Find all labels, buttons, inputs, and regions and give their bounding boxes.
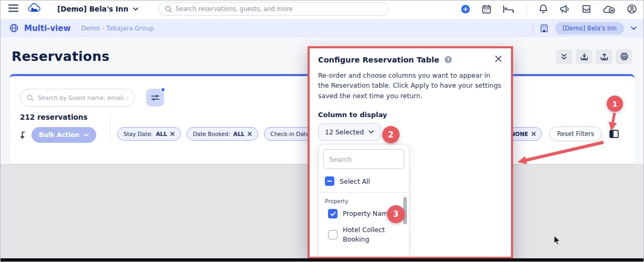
download-icon (580, 53, 588, 60)
sort-icon[interactable] (20, 131, 26, 139)
modal-header: Configure Reservation Table ? (318, 55, 503, 65)
page-title: Reservations (12, 49, 109, 64)
select-all-option[interactable]: Select All (319, 171, 409, 190)
multiview-property-switcher: [Demo] Bela's Inn (533, 22, 637, 35)
annotation-badge-1: 1 (607, 96, 623, 112)
remove-icon[interactable] (170, 132, 175, 136)
upload-button[interactable] (596, 49, 612, 64)
property-building-icon[interactable] (540, 24, 548, 33)
unchecked-checkbox[interactable] (328, 230, 338, 239)
close-icon (495, 56, 502, 62)
search-icon (165, 6, 172, 13)
bulk-action-label: Bulk Action (39, 131, 79, 139)
inbox-icon[interactable] (582, 5, 591, 13)
columns-search-input[interactable] (323, 149, 404, 169)
multiview-bar: Multi-view Demo - Tabajara Group [Demo] … (0, 19, 644, 37)
modal-description: Re-order and choose columns you want to … (318, 70, 503, 101)
property-group-label: Property (319, 193, 409, 204)
filter-chip-date-booked[interactable]: Date Booked: ALL (187, 127, 258, 141)
chip-value: NONE (510, 131, 528, 137)
globe-icon (9, 24, 18, 33)
close-button[interactable] (494, 55, 503, 65)
chip-label: Stay Date: (124, 131, 152, 137)
guest-search[interactable] (20, 89, 135, 107)
remove-icon[interactable] (531, 132, 536, 136)
bottom-black-bar (0, 258, 644, 262)
option-hotel-collect-booking[interactable]: Hotel Collect Booking (319, 221, 409, 246)
minus-icon (327, 179, 332, 184)
collapse-double-chevron-icon (561, 54, 567, 60)
topbar-icon-group: w (461, 4, 637, 14)
chip-label: Check-in Date: (270, 131, 311, 137)
room-bed-icon[interactable] (503, 5, 514, 13)
reset-filters-button[interactable]: Reset Filters (549, 127, 602, 141)
checked-checkbox[interactable] (328, 209, 338, 218)
cloudbeds-logo-icon[interactable] (28, 3, 43, 15)
svg-text:w: w (610, 8, 614, 13)
menu-icon[interactable] (8, 4, 18, 14)
property-selector-label: [Demo] Bela's Inn (57, 5, 128, 13)
filter-active-dot (160, 87, 166, 92)
bulk-action-row: Bulk Action (20, 127, 103, 143)
chip-value: ALL (156, 131, 167, 137)
select-all-label: Select All (340, 177, 370, 185)
annotation-badge-2: 2 (382, 126, 400, 143)
check-icon (330, 212, 336, 216)
modal-content: Configure Reservation Table ? Re-order a… (310, 48, 511, 259)
filter-chip-stay-date[interactable]: Stay Date: ALL (117, 127, 181, 141)
multiview-title: Multi-view (24, 24, 70, 33)
columns-dropdown-panel: Select All Property Property Name Hotel … (318, 144, 410, 259)
bell-icon[interactable] (539, 4, 548, 14)
column-to-display-label: Column to display (318, 111, 503, 119)
collapse-rows-button[interactable] (556, 49, 573, 64)
page-toolbar (556, 49, 632, 64)
global-search-input[interactable] (176, 5, 382, 13)
search-icon (27, 95, 34, 101)
chevron-down-icon[interactable] (631, 26, 637, 30)
columns-selected-label: 12 Selected (325, 128, 364, 136)
chip-value: ALL (233, 131, 245, 137)
option-label: Hotel Collect Booking (343, 225, 397, 244)
chip-label: Date Booked: (193, 131, 230, 137)
property-selector[interactable]: [Demo] Bela's Inn (57, 5, 138, 13)
multiview-subtitle: Demo - Tabajara Group (81, 25, 154, 32)
chevron-down-icon (133, 7, 138, 11)
sliders-filter-icon (151, 94, 160, 101)
annotation-badge-3: 3 (387, 205, 405, 223)
configure-table-columns-icon[interactable] (609, 130, 619, 138)
print-icon (620, 53, 628, 60)
top-navigation-bar: [Demo] Bela's Inn w (0, 0, 644, 18)
remove-icon[interactable] (248, 132, 252, 136)
columns-selected-dropdown[interactable]: 12 Selected (318, 123, 381, 141)
account-icon[interactable] (627, 4, 637, 14)
megaphone-icon[interactable] (560, 5, 570, 14)
reservation-count: 212 reservations (20, 113, 103, 121)
count-and-bulk-block: 212 reservations Bulk Action (20, 113, 103, 143)
bulk-action-button[interactable]: Bulk Action (32, 127, 96, 143)
help-icon[interactable]: ? (444, 56, 452, 64)
option-label: Property Name (343, 209, 392, 218)
calendar-icon[interactable] (482, 5, 491, 14)
upload-icon (600, 53, 608, 60)
download-button[interactable] (576, 49, 592, 64)
indeterminate-checkbox[interactable] (325, 176, 334, 186)
guest-search-input[interactable] (38, 95, 128, 101)
svg-text:?: ? (446, 57, 449, 62)
multiview-divider (533, 23, 533, 34)
chevron-down-icon (369, 130, 374, 134)
card-divider (110, 113, 110, 143)
modal-title: Configure Reservation Table (318, 56, 439, 64)
chevron-down-icon (84, 133, 89, 137)
topbar-divider (526, 4, 527, 14)
configure-reservation-table-modal: Configure Reservation Table ? Re-order a… (308, 46, 513, 259)
cloud-w-icon[interactable]: w (603, 5, 615, 14)
filters-button[interactable] (146, 89, 164, 107)
multiview-property-badge[interactable]: [Demo] Bela's Inn (555, 22, 624, 35)
print-button[interactable] (616, 49, 632, 64)
global-search[interactable] (158, 2, 389, 16)
add-circle-icon[interactable] (461, 5, 470, 14)
